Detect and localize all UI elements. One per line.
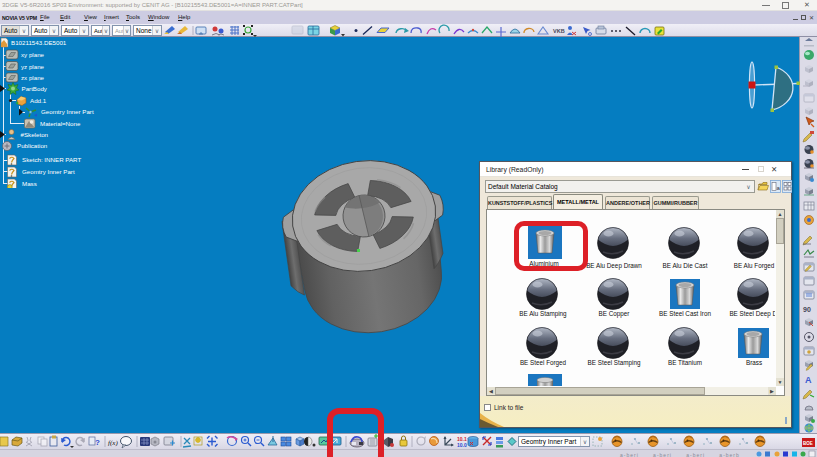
svg-text:BE Alu Deep Drawn: BE Alu Deep Drawn xyxy=(586,262,642,270)
svg-text:Brass: Brass xyxy=(746,359,762,366)
svg-text:BE Alu Forged: BE Alu Forged xyxy=(734,262,775,270)
svg-text:BE Steel Cast Iron: BE Steel Cast Iron xyxy=(659,310,711,317)
svg-text:10.0: 10.0 xyxy=(457,442,467,448)
svg-text:BE Titanium: BE Titanium xyxy=(668,359,702,366)
svg-text:VKB: VKB xyxy=(553,28,565,34)
svg-text:BE Alu Stamping: BE Alu Stamping xyxy=(519,310,567,318)
svg-text:?: ? xyxy=(95,438,100,447)
svg-text:90: 90 xyxy=(803,306,811,313)
svg-text:BE Steel Stamping: BE Steel Stamping xyxy=(588,359,641,367)
svg-text:BE Steel Forged: BE Steel Forged xyxy=(520,359,567,367)
svg-text:BE Steel Deep Dra: BE Steel Deep Dra xyxy=(729,310,775,318)
svg-text:A: A xyxy=(805,375,812,385)
svg-text:f(x): f(x) xyxy=(108,439,118,447)
svg-text:BOE: BOE xyxy=(803,441,813,446)
svg-text:BE Alu Die Cast: BE Alu Die Cast xyxy=(663,262,708,269)
svg-text:BE Copper: BE Copper xyxy=(599,310,630,318)
